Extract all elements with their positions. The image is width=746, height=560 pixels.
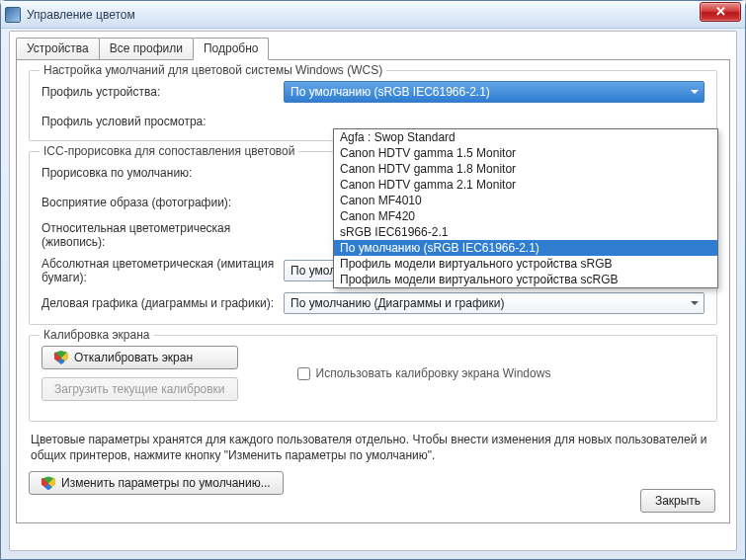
window: Управление цветом ✕ Устройства Все профи… bbox=[0, 0, 746, 560]
window-title: Управление цветом bbox=[27, 8, 135, 22]
change-defaults-button-label: Изменить параметры по умолчанию... bbox=[61, 476, 271, 490]
dropdown-device-profile[interactable]: По умолчанию (sRGB IEC61966-2.1) bbox=[284, 81, 705, 103]
shield-icon bbox=[41, 476, 55, 490]
chevron-down-icon bbox=[686, 295, 702, 311]
option-canon-hdtv-21[interactable]: Canon HDTV gamma 2.1 Monitor bbox=[334, 177, 717, 193]
close-button[interactable]: Закрыть bbox=[640, 489, 715, 513]
option-srgb[interactable]: sRGB IEC61966-2.1 bbox=[334, 224, 717, 240]
use-windows-calibration-checkbox[interactable]: Использовать калибровку экрана Windows bbox=[297, 366, 551, 380]
app-icon bbox=[5, 7, 21, 23]
option-virtual-scrgb[interactable]: Профиль модели виртуального устройства s… bbox=[334, 272, 717, 287]
option-default-srgb[interactable]: По умолчанию (sRGB IEC61966-2.1) bbox=[334, 240, 717, 256]
label-device-profile: Профиль устройства: bbox=[41, 85, 284, 99]
label-absolute: Абсолютная цветометрическая (имитация бу… bbox=[41, 257, 284, 284]
option-canon-hdtv-18[interactable]: Canon HDTV gamma 1.8 Monitor bbox=[334, 161, 717, 177]
calibrate-button[interactable]: Откалибровать экран bbox=[41, 346, 238, 369]
tab-all-profiles[interactable]: Все профили bbox=[99, 38, 194, 60]
group-wcs: Настройка умолчаний для цветовой системы… bbox=[29, 70, 717, 141]
load-calibrations-button[interactable]: Загрузить текущие калибровки bbox=[41, 377, 238, 401]
group-wcs-legend: Настройка умолчаний для цветовой системы… bbox=[40, 63, 386, 77]
titlebar: Управление цветом ✕ bbox=[1, 1, 745, 29]
dropdown-business[interactable]: По умолчанию (Диаграммы и графики) bbox=[284, 292, 705, 314]
load-calibrations-button-label: Загрузить текущие калибровки bbox=[54, 382, 225, 396]
label-view-conditions: Профиль условий просмотра: bbox=[41, 115, 284, 128]
footer-text: Цветовые параметры хранятся для каждого … bbox=[31, 432, 715, 463]
option-canon-mf420[interactable]: Canon MF420 bbox=[334, 208, 717, 224]
label-relative: Относительная цветометрическая (живопись… bbox=[41, 221, 284, 249]
close-button-label: Закрыть bbox=[655, 494, 701, 508]
option-virtual-srgb[interactable]: Профиль модели виртуального устройства s… bbox=[334, 256, 717, 272]
change-defaults-button[interactable]: Изменить параметры по умолчанию... bbox=[29, 471, 284, 495]
group-calibration: Калибровка экрана Откалибровать экран За… bbox=[29, 335, 717, 422]
label-business: Деловая графика (диаграммы и графики): bbox=[41, 296, 284, 310]
calibrate-button-label: Откалибровать экран bbox=[74, 351, 193, 364]
option-agfa-swop[interactable]: Agfa : Swop Standard bbox=[334, 129, 717, 145]
tab-panel-advanced: Настройка умолчаний для цветовой системы… bbox=[16, 59, 730, 523]
use-windows-calibration-label: Использовать калибровку экрана Windows bbox=[316, 366, 551, 380]
dialog-body: Устройства Все профили Подробно Настройк… bbox=[9, 31, 737, 551]
dropdown-device-profile-list[interactable]: Agfa : Swop Standard Canon HDTV gamma 1.… bbox=[333, 128, 718, 288]
label-perceptual: Восприятие образа (фотографии): bbox=[41, 196, 284, 209]
use-windows-calibration-input[interactable] bbox=[297, 367, 310, 380]
tab-row: Устройства Все профили Подробно bbox=[16, 38, 730, 60]
option-canon-mf4010[interactable]: Canon MF4010 bbox=[334, 193, 717, 208]
tab-advanced[interactable]: Подробно bbox=[193, 38, 270, 60]
window-close-button[interactable]: ✕ bbox=[700, 2, 741, 22]
dropdown-business-value: По умолчанию (Диаграммы и графики) bbox=[290, 296, 504, 310]
group-calibration-legend: Калибровка экрана bbox=[40, 328, 154, 342]
dropdown-device-profile-value: По умолчанию (sRGB IEC61966-2.1) bbox=[290, 85, 490, 99]
group-icc-legend: ICC-прорисовка для сопоставления цветово… bbox=[40, 144, 298, 158]
tab-devices[interactable]: Устройства bbox=[16, 38, 100, 60]
option-canon-hdtv-15[interactable]: Canon HDTV gamma 1.5 Monitor bbox=[334, 145, 717, 161]
chevron-down-icon bbox=[686, 84, 702, 100]
shield-icon bbox=[54, 351, 68, 364]
label-default-render: Прорисовка по умолчанию: bbox=[41, 166, 284, 180]
